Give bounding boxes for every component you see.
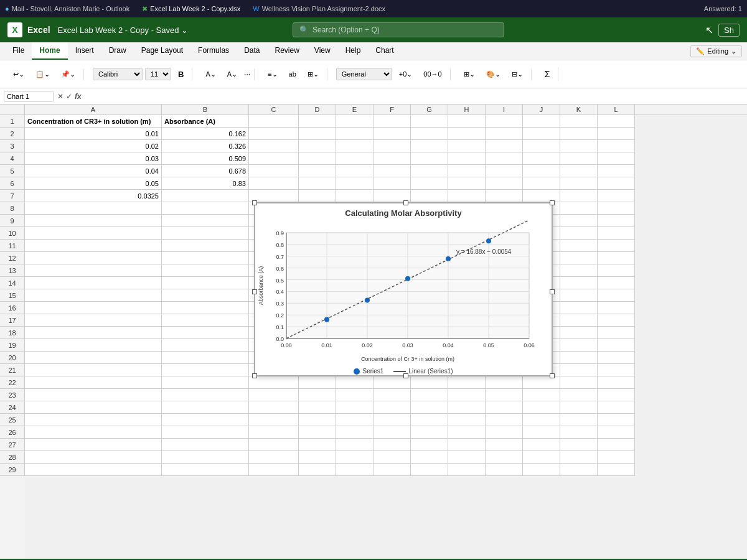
cell-J2[interactable]: [523, 128, 560, 140]
format-btn2[interactable]: +0⌄: [395, 68, 417, 80]
cell-E4[interactable]: [336, 152, 374, 165]
cell-L25[interactable]: [598, 414, 635, 426]
cell-A22[interactable]: [25, 376, 162, 389]
cell-B12[interactable]: [162, 252, 249, 264]
cell-L18[interactable]: [598, 327, 635, 339]
cell-K3[interactable]: [560, 140, 598, 152]
cell-F27[interactable]: [374, 439, 411, 451]
cell-K16[interactable]: [560, 302, 598, 314]
cell-K1[interactable]: [560, 115, 598, 128]
cell-E22[interactable]: [336, 376, 374, 389]
cell-H3[interactable]: [448, 140, 486, 152]
cell-J22[interactable]: [523, 376, 560, 389]
cell-D28[interactable]: [299, 451, 336, 464]
cell-H28[interactable]: [448, 451, 486, 464]
cell-I5[interactable]: [486, 165, 523, 177]
cell-C28[interactable]: [249, 451, 299, 464]
cell-D3[interactable]: [299, 140, 336, 152]
cell-G24[interactable]: [411, 401, 448, 414]
cell-G27[interactable]: [411, 439, 448, 451]
cell-A25[interactable]: [25, 414, 162, 426]
cell-D29[interactable]: [299, 464, 336, 476]
tab-page-layout[interactable]: Page Layout: [134, 42, 190, 60]
tab-file[interactable]: File: [5, 42, 32, 60]
cell-A1[interactable]: Concentration of CR3+ in solution (m): [25, 115, 162, 128]
cell-G28[interactable]: [411, 451, 448, 464]
cell-A5[interactable]: 0.04: [25, 165, 162, 177]
cell-C24[interactable]: [249, 401, 299, 414]
cell-J23[interactable]: [523, 389, 560, 401]
cell-A27[interactable]: [25, 439, 162, 451]
cell-H4[interactable]: [448, 152, 486, 165]
bold-button[interactable]: B: [174, 68, 188, 80]
cell-J5[interactable]: [523, 165, 560, 177]
cell-F25[interactable]: [374, 414, 411, 426]
cell-D7[interactable]: [299, 190, 336, 202]
cell-L16[interactable]: [598, 302, 635, 314]
cell-C1[interactable]: [249, 115, 299, 128]
cell-C3[interactable]: [249, 140, 299, 152]
cell-D24[interactable]: [299, 401, 336, 414]
cell-L27[interactable]: [598, 439, 635, 451]
cell-L21[interactable]: [598, 364, 635, 376]
cell-A2[interactable]: 0.01: [25, 128, 162, 140]
cell-K26[interactable]: [560, 426, 598, 439]
cell-L2[interactable]: [598, 128, 635, 140]
cell-I24[interactable]: [486, 401, 523, 414]
cell-A3[interactable]: 0.02: [25, 140, 162, 152]
cell-G23[interactable]: [411, 389, 448, 401]
cell-B28[interactable]: [162, 451, 249, 464]
cell-E28[interactable]: [336, 451, 374, 464]
cell-L17[interactable]: [598, 314, 635, 327]
tab-formulas[interactable]: Formulas: [190, 42, 237, 60]
cell-B29[interactable]: [162, 464, 249, 476]
cell-B18[interactable]: [162, 327, 249, 339]
paste-button[interactable]: 📌⌄: [57, 68, 80, 80]
cell-F29[interactable]: [374, 464, 411, 476]
cell-F4[interactable]: [374, 152, 411, 165]
cell-A4[interactable]: 0.03: [25, 152, 162, 165]
cell-J3[interactable]: [523, 140, 560, 152]
filter-button[interactable]: ⊟⌄: [507, 68, 527, 80]
format-btn3[interactable]: 00→0: [419, 68, 446, 80]
cell-I27[interactable]: [486, 439, 523, 451]
cell-I7[interactable]: [486, 190, 523, 202]
cell-L14[interactable]: [598, 277, 635, 289]
cell-A9[interactable]: [25, 215, 162, 227]
cell-G22[interactable]: [411, 376, 448, 389]
sum-button[interactable]: Σ: [540, 67, 555, 81]
cell-A26[interactable]: [25, 426, 162, 439]
cell-C26[interactable]: [249, 426, 299, 439]
taskbar-word[interactable]: W Wellness Vision Plan Assignment-2.docx: [253, 5, 385, 12]
taskbar-outlook[interactable]: ● Mail - Stovoll, Anniston Marie - Outlo…: [5, 5, 129, 12]
cell-B26[interactable]: [162, 426, 249, 439]
cell-A24[interactable]: [25, 401, 162, 414]
cell-F6[interactable]: [374, 177, 411, 190]
cell-K15[interactable]: [560, 289, 598, 302]
cell-F5[interactable]: [374, 165, 411, 177]
cell-J6[interactable]: [523, 177, 560, 190]
cell-B22[interactable]: [162, 376, 249, 389]
cell-reference[interactable]: [4, 91, 54, 102]
cell-B16[interactable]: [162, 302, 249, 314]
cell-A29[interactable]: [25, 464, 162, 476]
cell-B19[interactable]: [162, 339, 249, 352]
cell-A20[interactable]: [25, 352, 162, 364]
cell-D4[interactable]: [299, 152, 336, 165]
cell-J1[interactable]: [523, 115, 560, 128]
clipboard-button[interactable]: 📋⌄: [31, 68, 54, 80]
cell-A28[interactable]: [25, 451, 162, 464]
font-size-select[interactable]: 11: [145, 68, 171, 80]
cell-L22[interactable]: [598, 376, 635, 389]
cell-G25[interactable]: [411, 414, 448, 426]
cell-K23[interactable]: [560, 389, 598, 401]
cell-F24[interactable]: [374, 401, 411, 414]
highlight-button[interactable]: A⌄: [201, 68, 220, 80]
cell-H22[interactable]: [448, 376, 486, 389]
cell-D2[interactable]: [299, 128, 336, 140]
cell-L3[interactable]: [598, 140, 635, 152]
cell-G26[interactable]: [411, 426, 448, 439]
cell-A11[interactable]: [25, 240, 162, 252]
share-icon[interactable]: Sh: [718, 24, 740, 37]
cell-L23[interactable]: [598, 389, 635, 401]
